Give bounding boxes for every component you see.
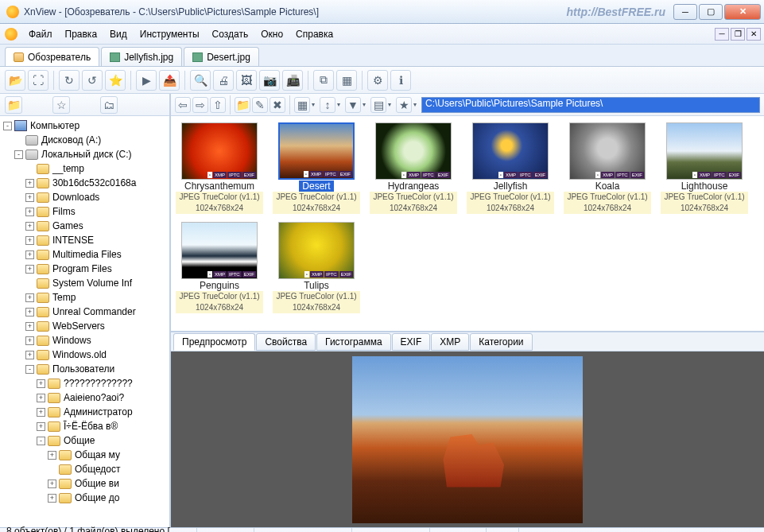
tree-node[interactable]: -Компьютер [0,118,169,133]
fav-path-button[interactable]: ★ [396,97,412,113]
thumbnail[interactable]: ▫XMPIPTCEXIFChrysanthemumJPEG TrueColor … [176,122,263,214]
expand-toggle[interactable]: - [14,150,23,159]
tree-fav-button[interactable]: ☆ [52,96,70,114]
print-button[interactable]: 🖨 [213,70,234,91]
search-button[interactable]: 🔍 [190,70,211,91]
tree-categories-button[interactable]: 🗂 [100,96,118,114]
menu-инструменты[interactable]: Инструменты [134,26,206,42]
help-button[interactable]: ℹ [390,70,411,91]
thumbnail[interactable]: ▫XMPIPTCEXIFPenguinsJPEG TrueColor (v1.1… [176,222,263,313]
thumbnail[interactable]: ▫XMPIPTCEXIFHydrangeasJPEG TrueColor (v1… [370,122,457,214]
expand-toggle[interactable]: + [25,293,34,302]
tree-folder-button[interactable]: 📁 [5,96,22,114]
convert-button[interactable]: 📤 [159,70,180,91]
expand-toggle[interactable]: + [25,179,34,188]
compare-button[interactable]: ⧉ [313,70,334,91]
expand-toggle[interactable]: + [25,308,34,316]
menu-окно[interactable]: Окно [254,26,289,42]
back-button[interactable]: ⇦ [175,97,191,113]
menu-создать[interactable]: Создать [206,26,255,42]
tree-node[interactable]: +INTENSE [0,233,169,247]
thumbnail[interactable]: ▫XMPIPTCEXIFLighthouseJPEG TrueColor (v1… [661,122,748,214]
close-button[interactable]: ✕ [724,4,761,20]
capture-button[interactable]: 📷 [259,70,280,91]
menu-правка[interactable]: Правка [59,26,104,42]
settings-button[interactable]: ⚙ [367,70,388,91]
favorites-add-button[interactable]: ⭐ [105,70,126,91]
forward-button[interactable]: ⇨ [192,97,208,113]
menu-вид[interactable]: Вид [103,26,134,42]
expand-toggle[interactable]: + [37,394,45,402]
tree-node[interactable]: +????????????? [0,376,169,390]
tree-node[interactable]: +Unreal Commander [0,305,169,319]
expand-toggle[interactable]: + [25,222,34,231]
tree-node[interactable]: +Общая му [0,448,169,462]
preview-tab[interactable]: Категории [470,333,532,351]
expand-toggle[interactable]: + [37,408,45,417]
tree-node[interactable]: +Games [0,219,169,233]
tree-node[interactable]: Общедост [0,462,169,476]
sort-button[interactable]: ↕ [320,97,335,113]
tree-node[interactable]: +Windows.old [0,348,169,362]
tree-node[interactable]: +Администратор [0,405,169,419]
scan-button[interactable]: 📠 [282,70,303,91]
doc-tab[interactable]: Jellyfish.jpg [101,47,182,66]
expand-toggle[interactable]: + [48,451,56,460]
thumbnail[interactable]: ▫XMPIPTCEXIFJellyfishJPEG TrueColor (v1.… [467,122,554,214]
rename-button[interactable]: ✎ [252,97,268,113]
preview-tab[interactable]: Предпросмотр [173,333,255,351]
tree-node[interactable]: +Multimedia Files [0,247,169,262]
tree-node[interactable]: +Downloads [0,190,169,204]
expand-toggle[interactable]: + [37,422,45,431]
tree-node[interactable]: +Ĩ÷Ë-Ёбва в® [0,419,169,433]
menu-файл[interactable]: Файл [22,26,59,42]
tree-node[interactable]: +Windows [0,333,169,348]
expand-toggle[interactable]: - [3,122,12,130]
expand-toggle[interactable]: + [25,351,34,359]
thumbnail[interactable]: ▫XMPIPTCEXIFKoalaJPEG TrueColor (v1.1)10… [564,122,651,214]
preview-tab[interactable]: XMP [431,333,469,351]
preview-tab[interactable]: Гистограмма [316,333,390,351]
tree-node[interactable]: +Aaieieno?aoi? [0,390,169,405]
expand-toggle[interactable]: - [25,365,34,374]
expand-toggle[interactable]: - [37,437,45,445]
stop-button[interactable]: ↺ [82,70,103,91]
preview-tab[interactable]: Свойства [256,333,316,351]
view-mode-button[interactable]: ▦ [294,97,310,113]
expand-toggle[interactable]: + [25,193,34,202]
refresh-button[interactable]: ↻ [59,70,80,91]
delete-button[interactable]: ✖ [270,97,285,113]
expand-toggle[interactable]: + [48,480,56,488]
tree-node[interactable]: +Temp [0,290,169,305]
tree-node[interactable]: Дисковод (A:) [0,133,169,147]
slideshow-button[interactable]: ▶ [136,70,157,91]
up-button[interactable]: ⇧ [210,97,226,113]
tree-node[interactable]: -Локальный диск (C:) [0,147,169,161]
doc-tab[interactable]: Обозреватель [5,47,99,66]
mdi-close-button[interactable]: ✕ [747,28,761,41]
filter-button[interactable]: ▼ [345,97,361,113]
tree-node[interactable]: +Общие до [0,491,169,505]
tree-node[interactable]: +Films [0,204,169,219]
expand-toggle[interactable]: + [37,379,45,388]
tree-node[interactable]: -Пользователи [0,362,169,376]
tree-node[interactable]: __temp [0,161,169,176]
mdi-minimize-button[interactable]: ─ [715,28,729,41]
thumbnail[interactable]: ▫XMPIPTCEXIFTulipsJPEG TrueColor (v1.1)1… [273,222,360,313]
tree-node[interactable]: +Общие ви [0,476,169,491]
expand-toggle[interactable]: + [25,236,34,245]
open-button[interactable]: 📂 [5,70,25,91]
minimize-button[interactable]: ─ [673,4,697,20]
tree-node[interactable]: +Program Files [0,262,169,276]
address-input[interactable]: C:\Users\Public\Pictures\Sample Pictures… [421,97,760,113]
thumbnail[interactable]: ▫XMPIPTCEXIFDesertJPEG TrueColor (v1.1)1… [273,122,360,214]
expand-toggle[interactable]: + [48,494,56,503]
tree-node[interactable]: System Volume Inf [0,276,169,290]
fullscreen-button[interactable]: ⛶ [28,70,48,91]
tree-node[interactable]: -Общие [0,433,169,448]
expand-toggle[interactable]: + [25,208,34,216]
grid-button[interactable]: ▦ [336,70,357,91]
tree-node[interactable]: +WebServers [0,319,169,333]
maximize-button[interactable]: ▢ [699,4,723,20]
preview-tab[interactable]: EXIF [392,333,431,351]
